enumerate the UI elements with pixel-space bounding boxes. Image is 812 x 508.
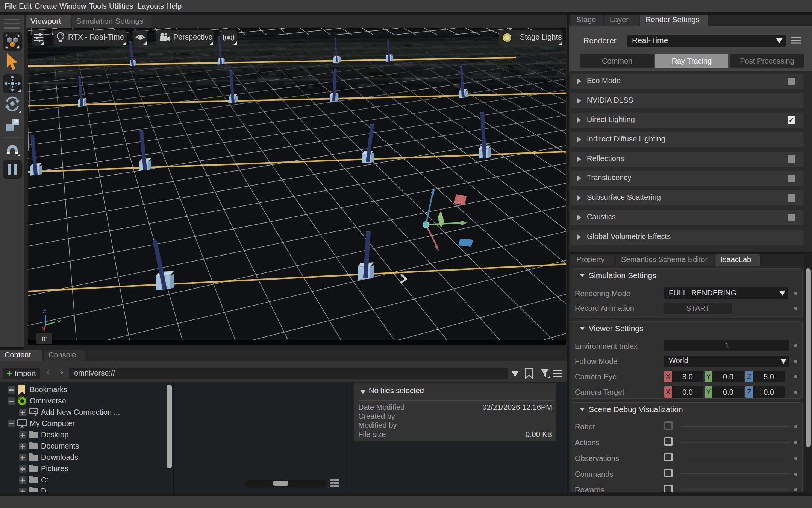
svg-text:m: m [42,334,48,342]
svg-text:Y: Y [57,319,61,326]
svg-text:Z: Z [42,307,46,315]
svg-text:X: X [41,325,45,333]
